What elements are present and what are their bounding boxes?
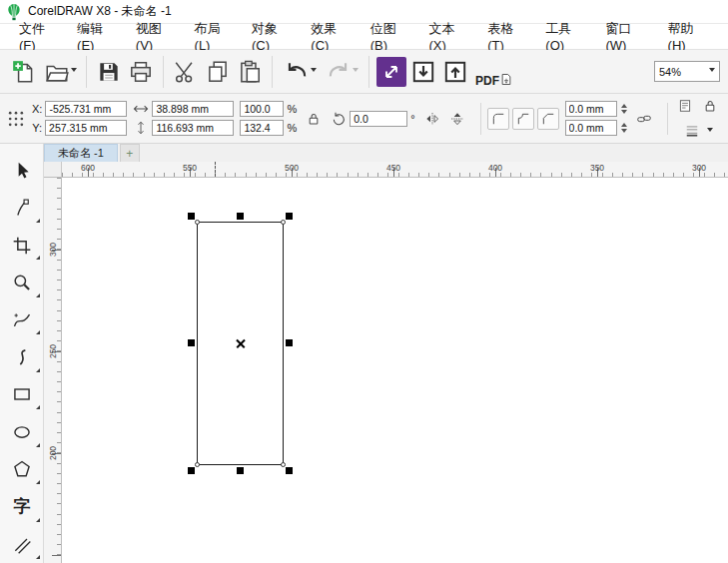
corner-node-top-left[interactable] [195, 220, 200, 225]
wrap-text-button[interactable] [674, 95, 696, 117]
coreldraw-logo-icon [6, 3, 22, 21]
lock-ratio-button[interactable] [303, 108, 325, 130]
ruler-origin-corner[interactable] [44, 162, 62, 178]
edit-corners-together-button[interactable] [633, 108, 655, 130]
selection-handle-top-right[interactable] [286, 213, 293, 220]
cut-button[interactable] [170, 55, 202, 89]
rectangle-tool-icon [12, 384, 32, 404]
menu-file[interactable]: 文件(F) [10, 24, 68, 49]
scalloped-corner-button[interactable] [512, 108, 534, 130]
tool-polygon[interactable] [0, 451, 44, 488]
menu-help[interactable]: 帮助(H) [659, 24, 718, 49]
print-button[interactable] [125, 55, 157, 89]
zoom-level-value: 54% [659, 66, 681, 78]
tool-rectangle[interactable] [0, 376, 44, 413]
selection-handle-bottom-middle[interactable] [237, 467, 244, 474]
corner-radius-bottom-input[interactable] [565, 120, 617, 136]
y-label: Y: [32, 122, 42, 134]
chamfered-corner-button[interactable] [537, 108, 559, 130]
tool-pick[interactable] [0, 152, 44, 189]
import-icon [410, 59, 436, 85]
object-height-input[interactable] [152, 120, 234, 136]
object-width-input[interactable] [152, 101, 234, 117]
hruler-label: 600 [81, 163, 95, 173]
tool-artistic-media[interactable] [0, 338, 44, 375]
hruler-label: 300 [692, 163, 706, 173]
redo-dropdown-caret[interactable] [353, 68, 359, 75]
round-corner-button[interactable] [487, 108, 509, 130]
corner-radius-bottom-spinner[interactable] [621, 120, 627, 136]
menu-edit[interactable]: 编辑(E) [68, 24, 127, 49]
hruler-label: 450 [386, 163, 400, 173]
outline-width-icon [685, 124, 699, 138]
artistic-media-tool-icon [12, 347, 32, 367]
menu-table[interactable]: 表格(T) [478, 24, 536, 49]
print-icon [128, 59, 154, 85]
lock-icon [703, 99, 717, 113]
horizontal-ruler[interactable]: 600 550 500 450 400 350 300 [62, 162, 728, 178]
mirror-horizontal-button[interactable] [421, 108, 443, 130]
coreldraw-window: CorelDRAW X8 - 未命名 -1 文件(F) 编辑(E) 视图(V) … [0, 0, 728, 563]
paste-button[interactable] [234, 55, 266, 89]
menu-object[interactable]: 对象(C) [243, 24, 302, 49]
tool-text[interactable]: 字 [0, 488, 44, 525]
export-button[interactable] [439, 55, 471, 89]
tool-ellipse[interactable] [0, 413, 44, 450]
object-height-icon [133, 121, 149, 135]
selection-handle-bottom-right[interactable] [286, 467, 293, 474]
drawing-canvas[interactable] [62, 178, 728, 563]
corner-radius-top-spinner[interactable] [621, 101, 627, 117]
corner-node-bottom-left[interactable] [195, 462, 200, 467]
publish-pdf-button[interactable]: PDF [471, 55, 515, 89]
menu-view[interactable]: 视图(V) [127, 24, 186, 49]
tool-zoom[interactable] [0, 264, 44, 300]
welcome-screen-button[interactable] [375, 55, 407, 89]
selection-handle-top-middle[interactable] [237, 213, 244, 220]
corner-radius-top-input[interactable] [565, 101, 617, 117]
selection-handle-bottom-left[interactable] [188, 467, 195, 474]
zoom-level-select[interactable]: 54% [654, 61, 720, 82]
scale-horizontal-input[interactable] [240, 101, 284, 117]
save-button[interactable] [93, 55, 125, 89]
menu-tools[interactable]: 工具(O) [536, 24, 596, 49]
import-button[interactable] [407, 55, 439, 89]
tool-parallel-dimension[interactable] [0, 526, 44, 563]
new-document-button[interactable] [8, 55, 40, 89]
selection-handle-middle-left[interactable] [188, 339, 195, 346]
outline-width-button[interactable] [681, 120, 703, 142]
selection-handle-top-left[interactable] [188, 213, 195, 220]
ruler-row: 600 550 500 450 400 350 300 [44, 162, 728, 178]
menu-text[interactable]: 文本(X) [420, 24, 479, 49]
menu-window[interactable]: 窗口(W) [596, 24, 658, 49]
menu-layout[interactable]: 布局(L) [186, 24, 243, 49]
scale-vertical-input[interactable] [240, 120, 284, 136]
rotation-angle-input[interactable] [350, 111, 407, 127]
redo-button[interactable] [321, 55, 363, 89]
vertical-ruler[interactable]: 300 250 200 [44, 178, 62, 563]
redo-icon [326, 59, 352, 85]
tool-shape[interactable] [0, 189, 44, 226]
vruler-label: 300 [48, 243, 58, 257]
x-position-input[interactable] [45, 101, 127, 117]
mirror-vertical-button[interactable] [446, 108, 468, 130]
y-position-input[interactable] [45, 120, 127, 136]
lock-object-button[interactable] [699, 95, 721, 117]
parallel-dimension-tool-icon [12, 534, 32, 554]
open-button[interactable] [40, 55, 80, 89]
corner-node-top-right[interactable] [281, 220, 286, 225]
copy-button[interactable] [202, 55, 234, 89]
corner-node-bottom-right[interactable] [281, 462, 286, 467]
tab-untitled-1[interactable]: 未命名 -1 [44, 144, 118, 162]
outline-width-caret[interactable] [707, 128, 713, 135]
selected-rectangle[interactable] [197, 222, 284, 465]
selection-handle-middle-right[interactable] [286, 339, 293, 346]
tool-crop[interactable] [0, 227, 44, 264]
undo-button[interactable] [279, 55, 321, 89]
menu-bitmaps[interactable]: 位图(B) [362, 24, 420, 49]
tool-freehand[interactable] [0, 301, 44, 338]
undo-dropdown-caret[interactable] [311, 68, 317, 75]
new-tab-button[interactable]: + [120, 144, 140, 162]
menu-effects[interactable]: 效果(C) [302, 24, 361, 49]
object-center-marker[interactable] [236, 339, 245, 348]
open-dropdown-caret[interactable] [71, 68, 77, 75]
